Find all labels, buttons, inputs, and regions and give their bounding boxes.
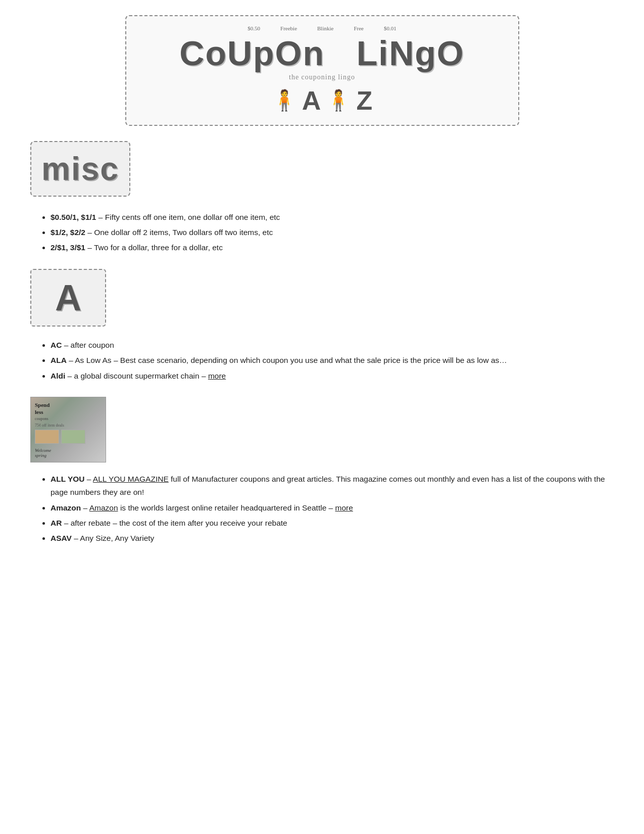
- list-item: AR – after rebate – the cost of the item…: [51, 517, 614, 530]
- az-right: Z: [356, 85, 372, 116]
- bullet-text: – after rebate – the cost of the item af…: [64, 519, 287, 527]
- title-part1: CoUpOn: [179, 34, 325, 72]
- title-part2: LiNgO: [357, 34, 465, 72]
- letter-a: A: [40, 277, 96, 318]
- mag-sub: coupons: [35, 416, 48, 421]
- bullet-text: – after coupon: [62, 341, 114, 349]
- bullet-text: – Two for a dollar, three for a dollar, …: [85, 243, 223, 252]
- list-item: ALA – As Low As – Best case scenario, de…: [51, 354, 614, 367]
- header-logo-box: $0.50 Freebie Blinkie Free $0.01 CoUpOn …: [125, 15, 519, 126]
- figure-center-icon: 🧍: [326, 88, 351, 112]
- magazine-image: Spendless coupons 75¢ off item deals Wel…: [30, 397, 106, 462]
- list-item: Aldi – a global discount supermarket cha…: [51, 369, 614, 383]
- bullet-text: – Any Size, Any Variety: [74, 534, 154, 542]
- icon-freebie: Freebie: [280, 25, 297, 31]
- misc-bullet-list: $0.50/1, $1/1 – Fifty cents off one item…: [51, 211, 614, 255]
- bullet-bold: Amazon: [51, 503, 81, 512]
- bullet-text: – Fifty cents off one item, one dollar o…: [96, 213, 280, 221]
- list-item: ALL YOU – ALL YOU MAGAZINE full of Manuf…: [51, 473, 614, 499]
- bullet-bold: Aldi: [51, 372, 65, 380]
- aldi-more-link[interactable]: more: [208, 372, 226, 380]
- bullet-bold: ALA: [51, 356, 67, 364]
- bullet-text: –: [83, 503, 89, 512]
- list-item: $1/2, $2/2 – One dollar off 2 items, Two…: [51, 226, 614, 239]
- bullet-text2: is the worlds largest online retailer he…: [120, 503, 335, 512]
- icon-blinkie: Blinkie: [317, 25, 333, 31]
- bullet-text: – As Low As – Best case scenario, depend…: [67, 356, 507, 364]
- figure-left-icon: 🧍: [272, 88, 297, 112]
- az-row: 🧍 A 🧍 Z: [138, 85, 506, 116]
- list-item: AC – after coupon: [51, 339, 614, 352]
- mag-img-block2: [61, 430, 85, 444]
- bullet-bold: AR: [51, 519, 62, 527]
- bullet-text: – a global discount supermarket chain –: [65, 372, 208, 380]
- bullet-bold: $1/2, $2/2: [51, 228, 85, 237]
- bullet-bold: ASAV: [51, 534, 72, 542]
- small-icons-row: $0.50 Freebie Blinkie Free $0.01: [138, 25, 506, 31]
- list-item: $0.50/1, $1/1 – Fifty cents off one item…: [51, 211, 614, 224]
- bullet-bold: AC: [51, 341, 62, 349]
- list-item: ASAV – Any Size, Any Variety: [51, 532, 614, 545]
- letter-a-box: A: [30, 269, 106, 327]
- a-bullet-list-2: ALL YOU – ALL YOU MAGAZINE full of Manuf…: [51, 473, 614, 545]
- all-you-magazine-link[interactable]: ALL YOU MAGAZINE: [93, 475, 169, 483]
- list-item: Amazon – Amazon is the worlds largest on…: [51, 501, 614, 515]
- a-bullet-list: AC – after coupon ALA – As Low As – Best…: [51, 339, 614, 383]
- bullet-bold: ALL YOU: [51, 475, 84, 483]
- misc-label: misc: [41, 150, 119, 188]
- list-item: 2/$1, 3/$1 – Two for a dollar, three for…: [51, 241, 614, 254]
- amazon-more-link[interactable]: more: [335, 503, 353, 512]
- bullet-text: –: [87, 475, 93, 483]
- bullet-text: – One dollar off 2 items, Two dollars of…: [85, 228, 273, 237]
- misc-box: misc: [30, 141, 130, 197]
- bullet-bold: 2/$1, 3/$1: [51, 243, 85, 252]
- mag-detail: 75¢ off item deals: [35, 423, 64, 428]
- mag-img-block1: [35, 430, 59, 444]
- mag-title: Spendless: [35, 401, 49, 416]
- icon-dollar50: $0.50: [247, 25, 260, 31]
- mag-bottom-row: [35, 430, 85, 444]
- mag-footer: Welcomespring: [35, 448, 51, 458]
- icon-free: Free: [354, 25, 364, 31]
- subtitle: the couponing lingo: [138, 73, 506, 81]
- icon-penny: $0.01: [384, 25, 397, 31]
- az-left: A: [302, 85, 321, 116]
- bullet-bold: $0.50/1, $1/1: [51, 213, 96, 221]
- main-title: CoUpOn LiNgO: [138, 34, 506, 72]
- amazon-link[interactable]: Amazon: [89, 503, 118, 512]
